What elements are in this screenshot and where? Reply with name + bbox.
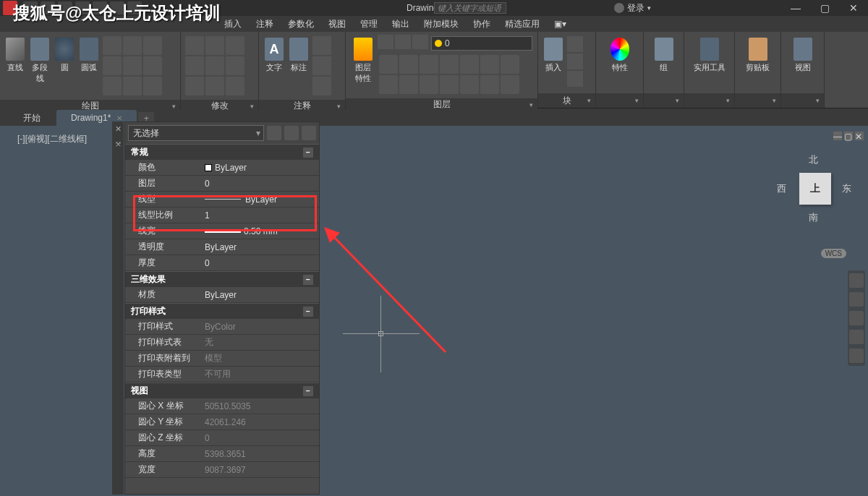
- view-cube[interactable]: 北 南 西 东 上: [774, 147, 854, 241]
- tab-parametric[interactable]: 参数化: [281, 16, 321, 32]
- prop-plottype[interactable]: 打印表类型不可用: [125, 367, 319, 382]
- cube-west[interactable]: 西: [777, 182, 786, 195]
- select-objects-icon[interactable]: [284, 126, 299, 140]
- modify-tool-icon[interactable]: [205, 36, 224, 55]
- modify-tool-icon[interactable]: [205, 56, 224, 75]
- cube-east[interactable]: 东: [842, 182, 851, 195]
- nav-orbit-icon[interactable]: [849, 330, 864, 344]
- block-tool-icon[interactable]: [567, 54, 583, 69]
- vp-max-icon[interactable]: ▢: [844, 132, 853, 140]
- properties-palette-strip[interactable]: ✕ ⤧: [112, 121, 124, 495]
- draw-tool-icon[interactable]: [123, 77, 142, 95]
- panel-title-annot[interactable]: 注释: [259, 100, 345, 112]
- layer-tool-icon[interactable]: [395, 35, 411, 49]
- clipboard-button[interactable]: 剪贴板: [738, 35, 778, 76]
- layer-tool-icon[interactable]: [460, 75, 479, 94]
- nav-wheel-icon[interactable]: [849, 273, 864, 288]
- draw-tool-icon[interactable]: [143, 77, 162, 95]
- tab-options-icon[interactable]: ▣▾: [547, 16, 574, 32]
- layer-tool-icon[interactable]: [460, 55, 479, 74]
- draw-tool-icon[interactable]: [103, 77, 122, 95]
- layer-tool-icon[interactable]: [379, 55, 398, 74]
- layer-tool-icon[interactable]: [480, 75, 499, 94]
- tab-annotate[interactable]: 注释: [249, 16, 281, 32]
- prop-center-z[interactable]: 圆心 Z 坐标0: [125, 430, 319, 446]
- nav-zoom-icon[interactable]: [849, 311, 864, 325]
- tab-start[interactable]: 开始: [9, 110, 55, 126]
- modify-tool-icon[interactable]: [226, 56, 244, 75]
- layer-combo[interactable]: 0: [431, 36, 532, 51]
- quick-select-icon[interactable]: [267, 126, 281, 140]
- tab-view[interactable]: 视图: [321, 16, 353, 32]
- annot-tool-icon[interactable]: [312, 56, 331, 75]
- dimension-button[interactable]: 标注: [286, 35, 311, 76]
- draw-tool-icon[interactable]: [103, 56, 122, 75]
- tab-close-icon[interactable]: ✕: [116, 114, 122, 122]
- vp-close-icon[interactable]: ✕: [855, 132, 864, 140]
- block-tool-icon[interactable]: [567, 71, 583, 87]
- tab-insert[interactable]: 插入: [217, 16, 249, 32]
- close-button[interactable]: ✕: [839, 0, 868, 16]
- layer-tool-icon[interactable]: [440, 75, 459, 94]
- layer-tool-icon[interactable]: [399, 55, 418, 74]
- cube-south[interactable]: 南: [809, 211, 818, 224]
- palette-close-icon[interactable]: ✕: [115, 124, 122, 134]
- draw-tool-icon[interactable]: [143, 56, 162, 75]
- prop-lineweight[interactable]: 线宽0.50 mm: [125, 223, 319, 239]
- layer-tool-icon[interactable]: [440, 55, 459, 74]
- draw-tool-icon[interactable]: [123, 36, 142, 55]
- prop-center-x[interactable]: 圆心 X 坐标50510.5035: [125, 398, 319, 414]
- circle-button[interactable]: 圆: [52, 35, 77, 76]
- layer-tool-icon[interactable]: [420, 75, 438, 94]
- prop-plotattach[interactable]: 打印表附着到模型: [125, 351, 319, 367]
- nav-showmotion-icon[interactable]: [849, 349, 864, 363]
- arc-button[interactable]: 圆弧: [77, 35, 101, 76]
- layer-tool-icon[interactable]: [480, 55, 499, 74]
- prop-width[interactable]: 宽度9087.3697: [125, 462, 319, 478]
- maximize-button[interactable]: ▢: [810, 0, 839, 16]
- category-plot[interactable]: 打印样式−: [125, 303, 319, 319]
- draw-tool-icon[interactable]: [103, 36, 122, 55]
- modify-tool-icon[interactable]: [185, 56, 204, 75]
- properties-button[interactable]: 特性: [599, 35, 640, 76]
- selection-combo[interactable]: 无选择: [128, 125, 264, 141]
- panel-title-view[interactable]: [781, 93, 824, 108]
- draw-tool-icon[interactable]: [143, 36, 162, 55]
- polyline-button[interactable]: 多段线: [27, 35, 52, 87]
- layer-tool-icon[interactable]: [379, 75, 398, 94]
- nav-pan-icon[interactable]: [849, 292, 864, 307]
- cube-top-face[interactable]: 上: [799, 173, 831, 205]
- annot-tool-icon[interactable]: [312, 77, 331, 95]
- panel-title-props[interactable]: [596, 93, 643, 108]
- palette-pin-icon[interactable]: ⤧: [115, 140, 122, 149]
- wcs-badge[interactable]: WCS: [821, 249, 846, 258]
- minimize-button[interactable]: —: [781, 0, 810, 16]
- block-tool-icon[interactable]: [567, 36, 583, 52]
- layer-tool-icon[interactable]: [399, 75, 418, 94]
- tab-featured[interactable]: 精选应用: [498, 16, 547, 32]
- panel-title-layers[interactable]: 图层: [346, 98, 537, 111]
- prop-color[interactable]: 颜色ByLayer: [125, 160, 319, 176]
- modify-tool-icon[interactable]: [205, 77, 224, 95]
- prop-layer[interactable]: 图层0: [125, 176, 319, 192]
- tab-output[interactable]: 输出: [385, 16, 417, 32]
- panel-title-util[interactable]: [684, 93, 734, 108]
- layer-tool-icon[interactable]: [378, 35, 393, 49]
- tab-addins[interactable]: 附加模块: [417, 16, 466, 32]
- prop-center-y[interactable]: 圆心 Y 坐标42061.246: [125, 414, 319, 430]
- tab-manage[interactable]: 管理: [353, 16, 385, 32]
- tab-collab[interactable]: 协作: [466, 16, 498, 32]
- category-view[interactable]: 视图−: [125, 382, 319, 398]
- vp-min-icon[interactable]: —: [833, 132, 842, 140]
- cube-north[interactable]: 北: [809, 153, 818, 166]
- pickadd-icon[interactable]: [302, 126, 316, 140]
- view-button[interactable]: 视图: [784, 35, 821, 76]
- modify-tool-icon[interactable]: [185, 77, 204, 95]
- modify-tool-icon[interactable]: [185, 36, 204, 55]
- text-button[interactable]: A文字: [262, 35, 286, 76]
- modify-tool-icon[interactable]: [226, 77, 244, 95]
- layer-tool-icon[interactable]: [501, 75, 519, 94]
- modify-tool-icon[interactable]: [226, 36, 244, 55]
- insert-button[interactable]: 插入: [541, 35, 566, 76]
- prop-thickness[interactable]: 厚度0: [125, 255, 319, 271]
